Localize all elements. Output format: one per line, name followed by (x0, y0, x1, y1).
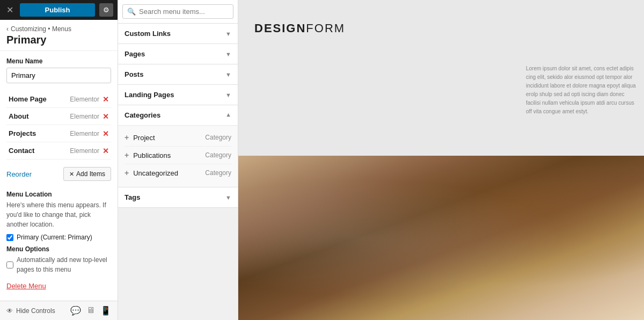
table-row: Contact Elementor ✕ (6, 142, 111, 159)
preview-image-section (238, 156, 644, 320)
accordion-header-posts[interactable]: Posts ▼ (118, 64, 238, 84)
eye-icon: 👁 (6, 307, 13, 315)
menu-items-list: Home Page Elementor ✕ About Elementor ✕ … (6, 91, 111, 159)
lorem-text: Lorem ipsum dolor sit amet, cons ectet a… (526, 64, 639, 116)
bottom-icons: 💬 🖥 📱 (70, 306, 111, 316)
remove-button[interactable]: ✕ (103, 96, 109, 103)
accordion-landing-pages: Landing Pages ▼ (118, 85, 238, 105)
category-label: Category (205, 169, 231, 177)
menu-item-name: Contact (9, 147, 34, 155)
table-row: Home Page Elementor ✕ (6, 91, 111, 108)
add-items-label: Add Items (76, 170, 105, 178)
preview-panel: DESIGNFORM Lorem ipsum dolor sit amet, c… (238, 0, 644, 320)
remove-button[interactable]: ✕ (103, 113, 109, 120)
logo-text-form: FORM (306, 21, 345, 35)
auto-add-checkbox-row[interactable]: Automatically add new top-level pages to… (6, 255, 111, 274)
accordion-label-landing-pages: Landing Pages (125, 91, 174, 99)
back-icon: ‹ (6, 25, 9, 33)
top-bar: ✕ Publish ⚙ (0, 0, 118, 20)
hide-controls-button[interactable]: 👁 Hide Controls (6, 307, 55, 315)
menu-item-name: Home Page (9, 95, 47, 103)
menu-location-desc: Here's where this menu appears. If you'd… (6, 200, 111, 229)
accordion-categories: Categories ▼ + Project Category + Public… (118, 105, 238, 187)
mobile-icon[interactable]: 📱 (100, 306, 111, 316)
back-button[interactable]: ‹ Customizing • Menus (6, 25, 111, 33)
preview-area: DESIGNFORM Lorem ipsum dolor sit amet, c… (238, 0, 644, 320)
breadcrumb-area: ‹ Customizing • Menus Primary (0, 20, 118, 51)
accordion-header-custom-links[interactable]: Custom Links ▼ (118, 24, 238, 43)
preview-image-inner (238, 156, 644, 320)
table-row: Projects Elementor ✕ (6, 125, 111, 142)
category-name: Uncategorized (133, 169, 178, 177)
accordion-header-tags[interactable]: Tags ▼ (118, 187, 238, 207)
hide-controls-label: Hide Controls (16, 307, 55, 315)
remove-button[interactable]: ✕ (103, 147, 109, 155)
category-label: Category (205, 134, 231, 141)
preview-text-block: Lorem ipsum dolor sit amet, cons ectet a… (526, 64, 639, 116)
accordion-header-pages[interactable]: Pages ▼ (118, 44, 238, 64)
menu-item-name: About (9, 112, 29, 120)
publish-button[interactable]: Publish (20, 3, 95, 17)
category-name: Publications (133, 151, 171, 159)
accordion-label-custom-links: Custom Links (125, 30, 171, 38)
close-button[interactable]: ✕ (4, 4, 16, 16)
menu-location-title: Menu Location (6, 191, 111, 198)
chevron-up-icon: ▼ (225, 112, 231, 119)
primary-checkbox-row[interactable]: Primary (Current: Primary) (6, 234, 111, 241)
category-label: Category (205, 151, 231, 159)
accordion-label-pages: Pages (125, 50, 145, 58)
accordion-header-categories[interactable]: Categories ▼ (118, 105, 238, 125)
table-row: About Elementor ✕ (6, 108, 111, 125)
auto-add-checkbox[interactable] (6, 261, 13, 268)
category-name: Project (133, 134, 155, 142)
list-item: + Publications Category (125, 147, 231, 164)
list-item: + Project Category (125, 129, 231, 147)
chevron-down-icon: ▼ (225, 92, 231, 98)
accordion-header-landing-pages[interactable]: Landing Pages ▼ (118, 85, 238, 105)
logo-text: DESIGNFORM (254, 21, 345, 35)
accordion-custom-links: Custom Links ▼ (118, 24, 238, 44)
menu-item-name: Projects (9, 129, 36, 137)
primary-checkbox-label: Primary (Current: Primary) (17, 234, 92, 241)
preview-image (238, 156, 644, 320)
page-title: Primary (6, 34, 111, 46)
add-items-button[interactable]: ✕ Add Items (63, 167, 111, 181)
bottom-controls: 👁 Hide Controls 💬 🖥 📱 (0, 301, 118, 320)
search-field[interactable]: 🔍 (122, 4, 233, 19)
accordion-tags: Tags ▼ (118, 187, 238, 208)
menu-options-title: Menu Options (6, 245, 111, 253)
search-icon: 🔍 (127, 8, 136, 16)
menu-name-label: Menu Name (6, 57, 111, 65)
primary-checkbox[interactable] (6, 234, 13, 241)
reorder-area: Reorder ✕ Add Items (6, 165, 111, 183)
panel-body: Menu Name Home Page Elementor ✕ About El… (0, 51, 118, 301)
chevron-down-icon: ▼ (225, 194, 231, 201)
reorder-link[interactable]: Reorder (6, 170, 32, 178)
remove-button[interactable]: ✕ (103, 130, 109, 137)
accordion-label-tags: Tags (125, 193, 140, 201)
preview-top: DESIGNFORM Lorem ipsum dolor sit amet, c… (238, 0, 644, 156)
accordion-label-categories: Categories (125, 111, 160, 119)
plus-icon: + (125, 151, 129, 159)
plus-icon: + (125, 133, 129, 142)
chevron-down-icon: ▼ (225, 31, 231, 37)
categories-body: + Project Category + Publications Catego… (118, 125, 238, 187)
accordion-pages: Pages ▼ (118, 44, 238, 64)
delete-menu-link[interactable]: Delete Menu (6, 282, 111, 290)
middle-panel: 🔍 Custom Links ▼ Pages ▼ Posts ▼ Landing… (118, 0, 238, 320)
search-bar: 🔍 (118, 0, 238, 24)
desktop-icon[interactable]: 🖥 (86, 306, 95, 316)
breadcrumb-text: Customizing • Menus (11, 25, 71, 33)
search-input[interactable] (139, 8, 229, 16)
menu-item-type: Elementor (70, 130, 99, 137)
logo-area: DESIGNFORM (254, 21, 345, 35)
gear-button[interactable]: ⚙ (99, 3, 113, 17)
add-items-icon: ✕ (69, 171, 74, 178)
chat-icon[interactable]: 💬 (70, 306, 81, 316)
menu-item-type: Elementor (70, 147, 99, 155)
menu-name-input[interactable] (6, 68, 111, 83)
plus-icon: + (125, 169, 129, 177)
list-item: + Uncategorized Category (125, 164, 231, 181)
menu-item-type: Elementor (70, 96, 99, 103)
chevron-down-icon: ▼ (225, 51, 231, 57)
